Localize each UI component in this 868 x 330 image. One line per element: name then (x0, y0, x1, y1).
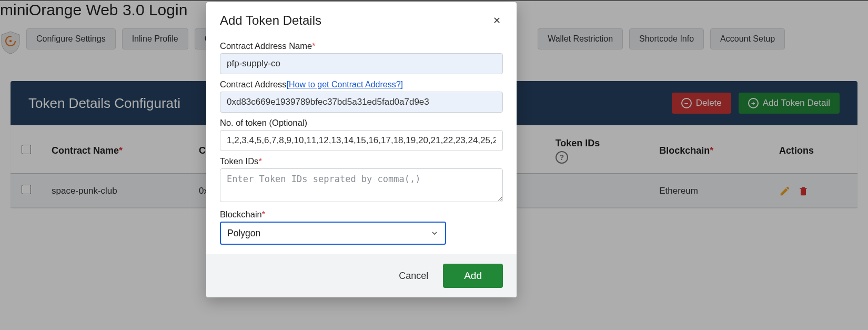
label-contract-name: Contract Address Name* (220, 41, 503, 51)
label-blockchain: Blockchain* (220, 209, 503, 219)
close-icon[interactable]: ✕ (491, 13, 503, 28)
add-token-modal: Add Token Details ✕ Contract Address Nam… (206, 2, 517, 297)
token-ids-textarea[interactable] (220, 168, 503, 202)
contract-name-input[interactable] (220, 53, 503, 74)
label-num-token: No. of token (Optional) (220, 118, 503, 128)
add-button[interactable]: Add (443, 264, 503, 288)
blockchain-select[interactable]: Polygon (220, 222, 446, 245)
cancel-button[interactable]: Cancel (399, 271, 428, 282)
label-contract-address: Contract Address[How to get Contract Add… (220, 79, 503, 89)
contract-address-input[interactable] (220, 92, 503, 113)
num-token-input[interactable] (220, 130, 503, 151)
modal-title: Add Token Details (220, 13, 321, 28)
label-token-ids: Token IDs* (220, 156, 503, 166)
contract-address-help-link[interactable]: [How to get Contract Address?] (287, 80, 403, 89)
